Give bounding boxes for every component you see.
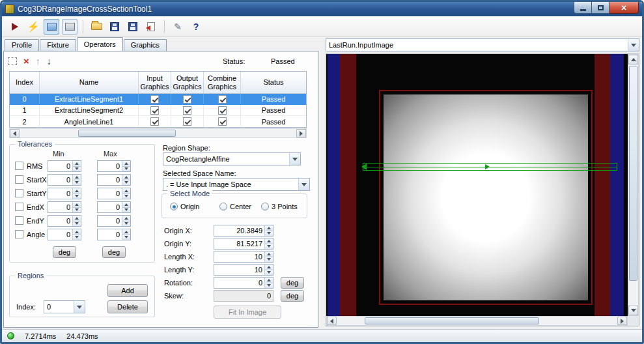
endy-checkbox[interactable] <box>15 216 23 225</box>
range-image-display[interactable] <box>326 54 628 316</box>
endx-checkbox[interactable] <box>15 203 23 211</box>
maximize-button[interactable] <box>592 2 609 14</box>
spin-up-button[interactable] <box>73 161 81 166</box>
endx-max-spinner[interactable]: 0 <box>97 201 131 213</box>
col-header-input-graphics[interactable]: Input Graphics <box>139 72 171 93</box>
max-deg-button[interactable]: deg <box>102 246 126 258</box>
starty-max-spinner[interactable]: 0 <box>97 188 131 199</box>
spin-down-button[interactable] <box>122 221 130 227</box>
scroll-right-button[interactable] <box>296 129 306 137</box>
spin-down-button[interactable] <box>265 270 273 276</box>
spin-up-button[interactable] <box>73 216 81 221</box>
tab-graphics[interactable]: Graphics <box>124 39 167 51</box>
output-graphics-checkbox[interactable] <box>183 95 191 104</box>
length-x-spinner[interactable]: 10 <box>214 251 273 263</box>
show-image-toggle[interactable] <box>44 19 59 35</box>
angle-checkbox[interactable] <box>15 230 23 238</box>
spinner-value[interactable]: 20.3849 <box>214 225 264 236</box>
spinner-value[interactable]: 0 <box>98 202 122 212</box>
angle-max-spinner[interactable]: 0 <box>97 229 131 240</box>
col-header-index[interactable]: Index <box>10 72 40 93</box>
rotation-deg-button[interactable]: deg <box>281 277 304 289</box>
spin-down-button[interactable] <box>73 221 81 227</box>
delete-region-button[interactable]: Delete <box>107 300 148 313</box>
table-row[interactable]: 0 ExtractLineSegment1 Passed <box>10 94 306 105</box>
move-up-button[interactable]: ↑ <box>36 56 40 66</box>
starty-checkbox[interactable] <box>15 189 23 197</box>
scrollbar-thumb[interactable] <box>629 66 637 281</box>
add-region-button[interactable]: Add <box>107 284 148 297</box>
spinner-value[interactable]: 0 <box>48 188 72 199</box>
spin-down-button[interactable] <box>265 244 273 250</box>
selected-space-combo[interactable]: . = Use Input Image Space <box>163 178 310 191</box>
spinner-value[interactable]: 81.5217 <box>214 238 264 249</box>
spin-down-button[interactable] <box>73 194 81 199</box>
endy-max-spinner[interactable]: 0 <box>97 215 131 227</box>
radio-origin[interactable]: Origin <box>170 203 199 210</box>
float-image-toggle[interactable] <box>62 19 77 35</box>
image-source-combo[interactable]: LastRun.InputImage <box>326 38 639 51</box>
spinner-value[interactable]: 0 <box>98 216 122 226</box>
input-graphics-checkbox[interactable] <box>150 106 159 115</box>
origin-y-spinner[interactable]: 81.5217 <box>214 238 273 250</box>
table-row[interactable]: 2 AngleLineLine1 Passed <box>10 116 306 127</box>
rms-min-spinner[interactable]: 0 <box>48 160 81 172</box>
combine-graphics-checkbox[interactable] <box>218 117 227 126</box>
origin-x-spinner[interactable]: 20.3849 <box>214 225 273 236</box>
spin-down-button[interactable] <box>122 207 130 213</box>
region-shape-combo[interactable]: CogRectangleAffine <box>163 152 301 165</box>
minimize-button[interactable] <box>574 2 592 14</box>
region-index-combo[interactable]: 0 <box>44 300 85 313</box>
save-as-button[interactable] <box>125 19 141 35</box>
input-graphics-checkbox[interactable] <box>150 117 159 126</box>
title-bar[interactable]: Cog3DRangeImageCrossSectionTool1 × <box>2 2 642 16</box>
spin-down-button[interactable] <box>265 257 273 263</box>
new-operator-button[interactable] <box>8 57 17 65</box>
spinner-value[interactable]: 0 <box>98 229 122 240</box>
image-horizontal-scrollbar[interactable] <box>326 316 628 326</box>
rotation-spinner[interactable]: 0 <box>214 277 273 289</box>
run-button[interactable] <box>7 19 23 35</box>
input-graphics-checkbox[interactable] <box>150 95 159 104</box>
cross-section-region-graphic[interactable] <box>363 163 617 171</box>
spin-up-button[interactable] <box>122 188 130 194</box>
spinner-value[interactable]: 10 <box>214 251 264 262</box>
col-header-name[interactable]: Name <box>40 72 139 93</box>
tab-operators[interactable]: Operators <box>77 37 123 51</box>
endy-min-spinner[interactable]: 0 <box>48 215 81 227</box>
spinner-value[interactable]: 0 <box>48 229 72 240</box>
dropdown-button[interactable] <box>628 39 639 51</box>
spin-up-button[interactable] <box>265 278 273 283</box>
import-button[interactable] <box>143 19 159 35</box>
spinner-value[interactable]: 0 <box>214 278 264 288</box>
scroll-left-button[interactable] <box>10 129 20 137</box>
skew-deg-button[interactable]: deg <box>281 290 304 302</box>
spin-down-button[interactable] <box>265 231 273 236</box>
startx-min-spinner[interactable]: 0 <box>48 174 81 186</box>
edit-tool-button[interactable]: ✎ <box>170 19 186 35</box>
move-down-button[interactable]: ↓ <box>47 56 51 66</box>
col-header-output-graphics[interactable]: Output Graphics <box>171 72 204 93</box>
dropdown-button[interactable] <box>74 301 85 313</box>
save-button[interactable] <box>107 19 122 35</box>
spin-down-button[interactable] <box>122 166 130 172</box>
spin-up-button[interactable] <box>73 175 81 180</box>
spin-up-button[interactable] <box>265 225 273 231</box>
spinner-value[interactable]: 0 <box>98 188 122 199</box>
min-deg-button[interactable]: deg <box>53 246 76 258</box>
scroll-right-button[interactable] <box>617 317 627 325</box>
spin-up-button[interactable] <box>73 188 81 194</box>
col-header-status[interactable]: Status <box>241 72 306 93</box>
radio-3points[interactable]: 3 Points <box>261 203 298 210</box>
col-header-combine-graphics[interactable]: Combine Graphics <box>204 72 241 93</box>
spin-down-button[interactable] <box>73 166 81 172</box>
scroll-down-button[interactable] <box>628 306 638 315</box>
length-y-spinner[interactable]: 10 <box>214 264 273 276</box>
electric-run-button[interactable]: ⚡ <box>25 19 41 35</box>
spinner-value[interactable]: 0 <box>98 175 122 185</box>
spin-up-button[interactable] <box>73 202 81 207</box>
spin-up-button[interactable] <box>265 238 273 244</box>
endx-min-spinner[interactable]: 0 <box>48 201 81 213</box>
spin-up-button[interactable] <box>265 251 273 257</box>
dropdown-button[interactable] <box>289 153 300 165</box>
